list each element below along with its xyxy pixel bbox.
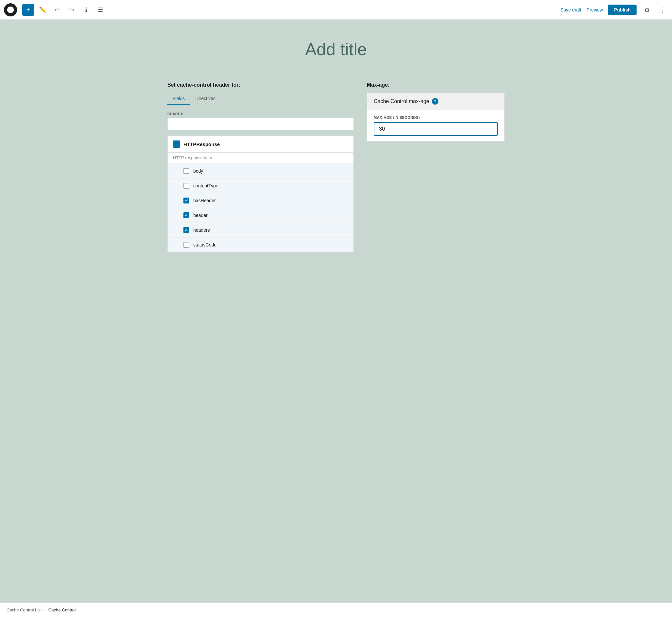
field-label-contentType: contentType	[193, 183, 218, 188]
breadcrumb-current: Cache Control	[48, 607, 75, 612]
wp-logo	[4, 3, 17, 16]
add-block-button[interactable]: +	[22, 4, 34, 16]
checkbox-header[interactable]	[183, 212, 189, 218]
list-icon: ☰	[98, 6, 103, 13]
preview-button[interactable]: Preview	[587, 7, 603, 12]
tab-fields[interactable]: Fields	[167, 92, 190, 106]
checkbox-hasHeader[interactable]	[183, 198, 189, 203]
breadcrumb-separator: ›	[44, 607, 46, 612]
right-panel-title: Cache Control max-age	[374, 98, 429, 105]
edit-icon: ✏️	[39, 6, 46, 13]
group-name: HTTPResponse	[183, 142, 220, 147]
edit-button[interactable]: ✏️	[37, 4, 48, 16]
field-rows: bodycontentTypehasHeaderheaderheaderssta…	[168, 164, 354, 252]
right-panel: Cache Control max-age ? MAX-AGE (IN SECO…	[367, 92, 505, 142]
table-row: headers	[168, 223, 354, 238]
save-draft-button[interactable]: Save draft	[561, 7, 582, 12]
undo-button[interactable]: ↩	[51, 4, 63, 16]
top-bar-right: Save draft Preview Publish ⚙ ⋮	[561, 5, 668, 15]
table-row: statusCode	[168, 238, 354, 252]
right-panel-body: MAX-AGE (IN SECONDS)	[367, 110, 504, 141]
list-view-button[interactable]: ☰	[94, 4, 106, 16]
right-panel-header: Cache Control max-age ?	[367, 93, 504, 110]
main-content: Set cache-control header for: Fields Dir…	[148, 20, 524, 603]
fields-container: − HTTPResponse HTTP response data bodyco…	[167, 136, 354, 252]
footer-breadcrumb: Cache Control List › Cache Control	[0, 603, 672, 617]
gear-icon: ⚙	[644, 6, 650, 14]
field-label-statusCode: statusCode	[193, 242, 217, 247]
tab-bar: Fields Directives	[167, 92, 354, 106]
right-column: Max-age: Cache Control max-age ? MAX-AGE…	[367, 82, 505, 142]
checkbox-statusCode[interactable]	[183, 242, 189, 248]
field-label-body: body	[193, 168, 203, 174]
page-title-input[interactable]	[167, 33, 505, 66]
two-col-layout: Set cache-control header for: Fields Dir…	[167, 82, 505, 252]
table-row: hasHeader	[168, 193, 354, 208]
search-label: SEARCH	[167, 112, 354, 116]
group-header: − HTTPResponse	[168, 136, 354, 153]
redo-button[interactable]: ↪	[66, 4, 77, 16]
field-label-header: header	[193, 213, 208, 218]
right-section-label: Max-age:	[367, 82, 505, 88]
top-bar: + ✏️ ↩ ↪ ℹ ☰ Save draft Preview Publish …	[0, 0, 672, 20]
ellipsis-icon: ⋮	[660, 6, 666, 14]
info-icon: ℹ	[85, 6, 87, 13]
max-age-input-label: MAX-AGE (IN SECONDS)	[374, 116, 498, 120]
group-description: HTTP response data	[168, 153, 354, 164]
checkbox-body[interactable]	[183, 168, 189, 174]
left-column: Set cache-control header for: Fields Dir…	[167, 82, 354, 252]
more-options-button[interactable]: ⋮	[658, 5, 668, 15]
field-label-hasHeader: hasHeader	[193, 198, 216, 203]
checkbox-headers[interactable]	[183, 227, 189, 233]
redo-icon: ↪	[69, 6, 74, 13]
table-row: body	[168, 164, 354, 179]
minus-icon: −	[175, 141, 178, 147]
table-row: header	[168, 208, 354, 223]
breadcrumb-parent-link[interactable]: Cache Control List	[7, 607, 42, 612]
wp-logo-icon	[7, 6, 14, 14]
search-input[interactable]	[167, 118, 354, 130]
table-row: contentType	[168, 179, 354, 193]
collapse-button[interactable]: −	[173, 141, 180, 148]
info-button[interactable]: ℹ	[80, 4, 92, 16]
field-label-headers: headers	[193, 227, 210, 233]
publish-button[interactable]: Publish	[608, 5, 637, 15]
plus-icon: +	[27, 6, 30, 13]
left-section-label: Set cache-control header for:	[167, 82, 354, 88]
max-age-input[interactable]	[374, 122, 498, 136]
checkbox-contentType[interactable]	[183, 183, 189, 189]
settings-button[interactable]: ⚙	[642, 5, 652, 15]
help-icon[interactable]: ?	[432, 98, 438, 105]
tab-directives[interactable]: Directives	[190, 92, 221, 106]
undo-icon: ↩	[55, 6, 60, 13]
